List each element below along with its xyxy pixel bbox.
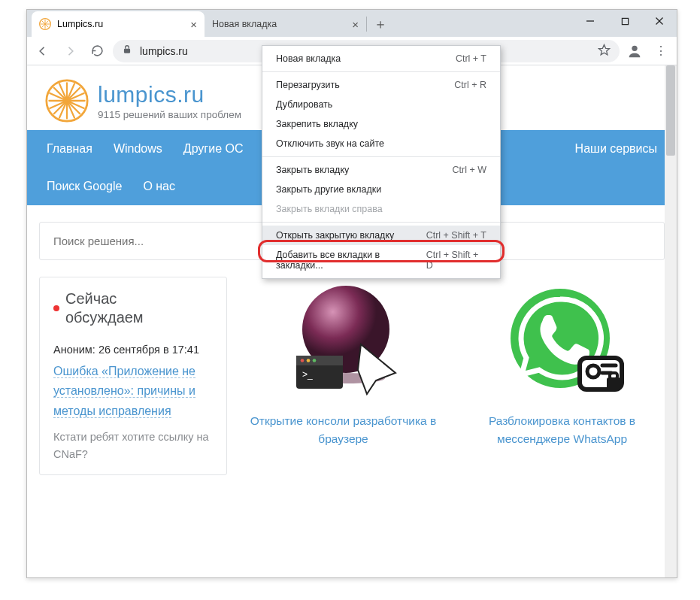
svg-text:>_: >_ bbox=[302, 369, 313, 380]
window-controls bbox=[573, 10, 677, 32]
ctx-close-other[interactable]: Закрыть другие вкладки bbox=[262, 180, 500, 199]
article-cards: >_ Открытие консоли разработчика в брауз… bbox=[241, 277, 665, 475]
forward-button[interactable] bbox=[59, 40, 81, 62]
comment-meta: Аноним: 26 сентября в 17:41 bbox=[53, 344, 213, 356]
sidebar-discussion: Сейчасобсуждаем Аноним: 26 сентября в 17… bbox=[39, 277, 227, 475]
card-caption: Открытие консоли разработчика в браузере bbox=[241, 412, 446, 448]
ctx-separator bbox=[262, 222, 500, 223]
reload-button[interactable] bbox=[86, 40, 108, 62]
ctx-mute[interactable]: Отключить звук на сайте bbox=[262, 134, 500, 153]
vertical-scrollbar[interactable] bbox=[665, 65, 677, 577]
svg-point-26 bbox=[306, 359, 310, 362]
ctx-bookmark-all[interactable]: Добавить все вкладки в закладки...Ctrl +… bbox=[262, 245, 500, 275]
tab-title: Lumpics.ru bbox=[57, 19, 184, 29]
maximize-button[interactable] bbox=[608, 10, 642, 32]
card-thumb bbox=[498, 277, 626, 405]
lock-icon bbox=[122, 44, 132, 57]
card-caption: Разблокировка контактов в мессенджере Wh… bbox=[459, 412, 665, 448]
tab-separator bbox=[366, 17, 367, 32]
tab-context-menu: Новая вкладкаCtrl + T ПерезагрузитьCtrl … bbox=[262, 45, 501, 279]
card-whatsapp[interactable]: Разблокировка контактов в мессенджере Wh… bbox=[459, 277, 665, 475]
favicon-lumpics-icon bbox=[39, 18, 51, 30]
new-tab-button[interactable]: ＋ bbox=[370, 14, 391, 35]
live-dot-icon bbox=[53, 305, 59, 311]
svg-rect-9 bbox=[124, 49, 130, 53]
minimize-button[interactable] bbox=[573, 10, 608, 32]
svg-point-25 bbox=[300, 359, 304, 362]
close-window-button[interactable] bbox=[642, 10, 677, 32]
ctx-duplicate[interactable]: Дублировать bbox=[262, 95, 500, 114]
comment-link[interactable]: Ошибка «Приложение не установлено»: прич… bbox=[53, 365, 195, 418]
svg-point-27 bbox=[312, 359, 316, 362]
ctx-reopen-closed[interactable]: Открыть закрытую вкладкуCtrl + Shift + T bbox=[262, 226, 500, 245]
nav-windows[interactable]: Windows bbox=[103, 130, 173, 168]
ctx-pin[interactable]: Закрепить вкладку bbox=[262, 114, 500, 134]
tab-strip: Lumpics.ru × Новая вкладка × ＋ bbox=[27, 10, 677, 37]
nav-home[interactable]: Главная bbox=[36, 130, 103, 168]
comment-text: Кстати ребят хотите ссылку на CNaF? bbox=[53, 429, 213, 462]
tab-inactive[interactable]: Новая вкладка × bbox=[205, 11, 366, 37]
tab-active[interactable]: Lumpics.ru × bbox=[32, 11, 205, 37]
scrollbar-thumb[interactable] bbox=[666, 65, 675, 156]
kebab-menu-icon[interactable]: ⋮ bbox=[650, 40, 672, 62]
svg-marker-10 bbox=[598, 44, 609, 54]
ctx-close-tab[interactable]: Закрыть вкладкуCtrl + W bbox=[262, 160, 500, 180]
nav-google[interactable]: Поиск Google bbox=[36, 168, 132, 205]
close-tab-icon[interactable]: × bbox=[190, 18, 197, 31]
card-thumb: >_ bbox=[280, 277, 408, 405]
nav-about[interactable]: О нас bbox=[132, 168, 186, 205]
back-button[interactable] bbox=[32, 40, 54, 62]
ctx-reload[interactable]: ПерезагрузитьCtrl + R bbox=[262, 75, 500, 95]
svg-point-11 bbox=[632, 45, 637, 50]
tab-title: Новая вкладка bbox=[212, 19, 346, 29]
ctx-separator bbox=[262, 156, 500, 157]
card-console[interactable]: >_ Открытие консоли разработчика в брауз… bbox=[241, 277, 446, 475]
nav-services[interactable]: Наши сервисы bbox=[565, 130, 668, 168]
ctx-new-tab[interactable]: Новая вкладкаCtrl + T bbox=[262, 49, 500, 68]
svg-rect-6 bbox=[622, 18, 628, 24]
sidebar-title: Сейчасобсуждаем bbox=[53, 289, 213, 327]
close-tab-icon[interactable]: × bbox=[352, 18, 359, 31]
bookmark-star-icon[interactable] bbox=[598, 44, 611, 59]
site-brand: lumpics.ru bbox=[98, 82, 241, 108]
ctx-separator bbox=[262, 71, 500, 72]
ctx-close-right: Закрыть вкладки справа bbox=[262, 199, 500, 219]
profile-avatar-icon[interactable] bbox=[624, 41, 645, 62]
site-tagline: 9115 решений ваших проблем bbox=[98, 109, 241, 120]
nav-other-os[interactable]: Другие ОС bbox=[173, 130, 254, 168]
site-logo-icon bbox=[45, 79, 89, 123]
